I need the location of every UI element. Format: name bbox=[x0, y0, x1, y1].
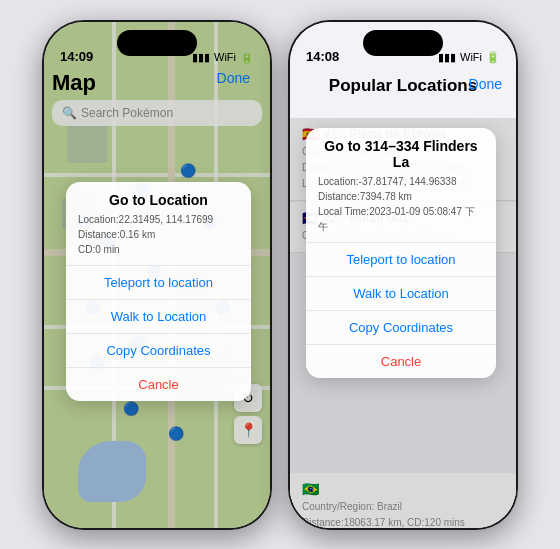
teleport-button-right[interactable]: Teleport to location bbox=[306, 243, 496, 277]
copy-coordinates-button-left[interactable]: Copy Coordinates bbox=[66, 334, 251, 368]
walk-button-left[interactable]: Walk to Location bbox=[66, 300, 251, 334]
time-right: 14:08 bbox=[306, 49, 339, 64]
copy-coordinates-button-right[interactable]: Copy Coordinates bbox=[306, 311, 496, 345]
list-header: Popular Locations Done bbox=[290, 70, 516, 104]
popup-detail-left: Location:22.31495, 114.17699 Distance:0.… bbox=[78, 212, 239, 257]
goto-location-popup-right: Go to 314–334 Flinders La Location:-37.8… bbox=[306, 128, 496, 378]
wifi-icon-r: WiFi bbox=[460, 51, 482, 63]
dynamic-island-right bbox=[363, 30, 443, 56]
phone-right: 14:08 ▮▮▮ WiFi 🔋 Popular Locations Done … bbox=[288, 20, 518, 530]
goto-location-popup-left: Go to Location Location:22.31495, 114.17… bbox=[66, 182, 251, 401]
status-icons-right: ▮▮▮ WiFi 🔋 bbox=[438, 51, 500, 64]
phone-left: 14:09 ▮▮▮ WiFi 🔋 🔵 bbox=[42, 20, 272, 530]
signal-icon-r: ▮▮▮ bbox=[438, 51, 456, 64]
walk-button-right[interactable]: Walk to Location bbox=[306, 277, 496, 311]
list-done-button[interactable]: Done bbox=[469, 76, 502, 92]
teleport-button-left[interactable]: Teleport to location bbox=[66, 266, 251, 300]
popup-info-left: Go to Location Location:22.31495, 114.17… bbox=[66, 182, 251, 266]
locations-list: 🇪🇸 #1 - Plaza de Europa Country/Region: … bbox=[290, 118, 516, 528]
cancel-button-left[interactable]: Cancle bbox=[66, 368, 251, 401]
popup-title-right: Go to 314–334 Flinders La bbox=[318, 138, 484, 170]
popup-info-right: Go to 314–334 Flinders La Location:-37.8… bbox=[306, 128, 496, 243]
popup-title-left: Go to Location bbox=[78, 192, 239, 208]
dynamic-island-left bbox=[117, 30, 197, 56]
popup-detail-right: Location:-37.81747, 144.96338 Distance:7… bbox=[318, 174, 484, 234]
cancel-button-right[interactable]: Cancle bbox=[306, 345, 496, 378]
battery-icon-r: 🔋 bbox=[486, 51, 500, 64]
